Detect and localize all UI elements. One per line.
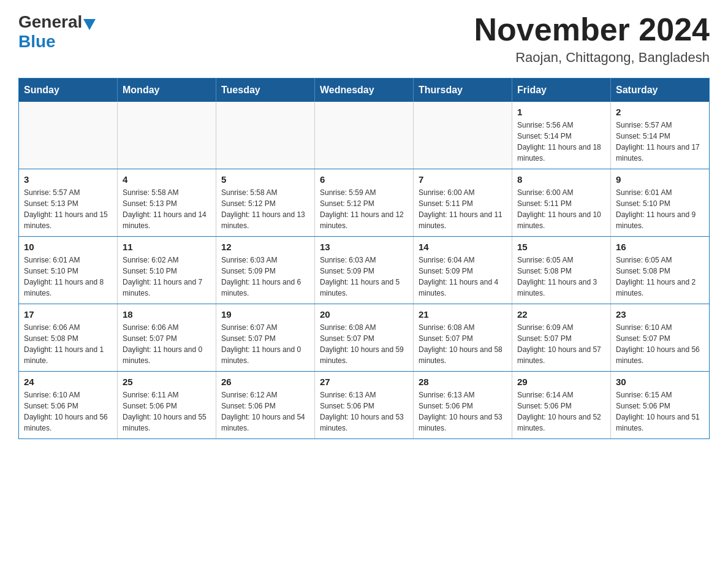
location-text: Raojan, Chittagong, Bangladesh: [474, 50, 710, 66]
calendar-header-tuesday: Tuesday: [216, 79, 315, 102]
day-info: Sunrise: 6:08 AM Sunset: 5:07 PM Dayligh…: [419, 322, 507, 366]
day-number: 22: [517, 309, 605, 320]
calendar-week-row: 1Sunrise: 5:56 AM Sunset: 5:14 PM Daylig…: [19, 102, 710, 169]
calendar-header-thursday: Thursday: [414, 79, 512, 102]
day-info: Sunrise: 5:59 AM Sunset: 5:12 PM Dayligh…: [320, 187, 408, 231]
calendar-cell-4: 4Sunrise: 5:58 AM Sunset: 5:13 PM Daylig…: [118, 169, 216, 237]
calendar-cell-3: 3Sunrise: 5:57 AM Sunset: 5:13 PM Daylig…: [19, 169, 118, 237]
calendar-cell-30: 30Sunrise: 6:15 AM Sunset: 5:06 PM Dayli…: [611, 372, 710, 439]
calendar-cell-12: 12Sunrise: 6:03 AM Sunset: 5:09 PM Dayli…: [216, 237, 315, 304]
calendar-cell-23: 23Sunrise: 6:10 AM Sunset: 5:07 PM Dayli…: [611, 304, 710, 372]
calendar-week-row: 17Sunrise: 6:06 AM Sunset: 5:08 PM Dayli…: [19, 304, 710, 372]
calendar-cell-28: 28Sunrise: 6:13 AM Sunset: 5:06 PM Dayli…: [414, 372, 512, 439]
day-info: Sunrise: 6:02 AM Sunset: 5:10 PM Dayligh…: [123, 255, 211, 299]
page-header: General Blue November 2024 Raojan, Chitt…: [18, 12, 710, 66]
day-info: Sunrise: 6:07 AM Sunset: 5:07 PM Dayligh…: [221, 322, 309, 366]
day-number: 4: [123, 174, 211, 185]
calendar-cell-empty: [19, 102, 118, 169]
day-info: Sunrise: 6:00 AM Sunset: 5:11 PM Dayligh…: [419, 187, 507, 231]
day-number: 23: [616, 309, 704, 320]
day-info: Sunrise: 5:57 AM Sunset: 5:14 PM Dayligh…: [616, 120, 704, 164]
calendar-cell-25: 25Sunrise: 6:11 AM Sunset: 5:06 PM Dayli…: [118, 372, 216, 439]
calendar-cell-14: 14Sunrise: 6:04 AM Sunset: 5:09 PM Dayli…: [414, 237, 512, 304]
day-number: 14: [419, 242, 507, 252]
calendar-cell-17: 17Sunrise: 6:06 AM Sunset: 5:08 PM Dayli…: [19, 304, 118, 372]
calendar-cell-5: 5Sunrise: 5:58 AM Sunset: 5:12 PM Daylig…: [216, 169, 315, 237]
calendar-cell-19: 19Sunrise: 6:07 AM Sunset: 5:07 PM Dayli…: [216, 304, 315, 372]
day-info: Sunrise: 6:13 AM Sunset: 5:06 PM Dayligh…: [320, 389, 408, 434]
calendar-cell-8: 8Sunrise: 6:00 AM Sunset: 5:11 PM Daylig…: [512, 169, 611, 237]
day-number: 24: [24, 377, 112, 387]
day-number: 17: [24, 309, 112, 320]
calendar-cell-22: 22Sunrise: 6:09 AM Sunset: 5:07 PM Dayli…: [512, 304, 611, 372]
calendar-cell-10: 10Sunrise: 6:01 AM Sunset: 5:10 PM Dayli…: [19, 237, 118, 304]
day-number: 10: [24, 242, 112, 252]
calendar-cell-empty: [414, 102, 512, 169]
day-number: 21: [419, 309, 507, 320]
calendar-cell-29: 29Sunrise: 6:14 AM Sunset: 5:06 PM Dayli…: [512, 372, 611, 439]
logo-triangle-icon: [83, 19, 96, 30]
day-info: Sunrise: 6:00 AM Sunset: 5:11 PM Dayligh…: [517, 187, 605, 231]
day-number: 8: [517, 174, 605, 185]
day-number: 2: [616, 107, 704, 117]
calendar-header-monday: Monday: [118, 79, 216, 102]
day-number: 3: [24, 174, 112, 185]
day-number: 26: [221, 377, 309, 387]
calendar-cell-empty: [118, 102, 216, 169]
calendar-cell-2: 2Sunrise: 5:57 AM Sunset: 5:14 PM Daylig…: [611, 102, 710, 169]
day-info: Sunrise: 5:57 AM Sunset: 5:13 PM Dayligh…: [24, 187, 112, 231]
day-info: Sunrise: 6:01 AM Sunset: 5:10 PM Dayligh…: [24, 255, 112, 299]
day-info: Sunrise: 6:10 AM Sunset: 5:06 PM Dayligh…: [24, 389, 112, 434]
day-number: 12: [221, 242, 309, 252]
calendar-cell-7: 7Sunrise: 6:00 AM Sunset: 5:11 PM Daylig…: [414, 169, 512, 237]
day-info: Sunrise: 6:15 AM Sunset: 5:06 PM Dayligh…: [616, 389, 704, 434]
calendar-cell-1: 1Sunrise: 5:56 AM Sunset: 5:14 PM Daylig…: [512, 102, 611, 169]
calendar-cell-empty: [216, 102, 315, 169]
day-info: Sunrise: 6:03 AM Sunset: 5:09 PM Dayligh…: [221, 255, 309, 299]
calendar-cell-6: 6Sunrise: 5:59 AM Sunset: 5:12 PM Daylig…: [315, 169, 414, 237]
day-info: Sunrise: 6:10 AM Sunset: 5:07 PM Dayligh…: [616, 322, 704, 366]
calendar-cell-24: 24Sunrise: 6:10 AM Sunset: 5:06 PM Dayli…: [19, 372, 118, 439]
day-info: Sunrise: 6:05 AM Sunset: 5:08 PM Dayligh…: [616, 255, 704, 299]
day-number: 7: [419, 174, 507, 185]
logo-general-text: General: [18, 12, 82, 32]
day-info: Sunrise: 6:12 AM Sunset: 5:06 PM Dayligh…: [221, 389, 309, 434]
day-number: 20: [320, 309, 408, 320]
day-info: Sunrise: 6:14 AM Sunset: 5:06 PM Dayligh…: [517, 389, 605, 434]
day-info: Sunrise: 6:03 AM Sunset: 5:09 PM Dayligh…: [320, 255, 408, 299]
day-info: Sunrise: 6:04 AM Sunset: 5:09 PM Dayligh…: [419, 255, 507, 299]
calendar-cell-15: 15Sunrise: 6:05 AM Sunset: 5:08 PM Dayli…: [512, 237, 611, 304]
calendar-cell-11: 11Sunrise: 6:02 AM Sunset: 5:10 PM Dayli…: [118, 237, 216, 304]
day-number: 6: [320, 174, 408, 185]
day-info: Sunrise: 6:05 AM Sunset: 5:08 PM Dayligh…: [517, 255, 605, 299]
calendar-cell-empty: [315, 102, 414, 169]
day-number: 16: [616, 242, 704, 252]
day-number: 13: [320, 242, 408, 252]
calendar-table: SundayMondayTuesdayWednesdayThursdayFrid…: [18, 78, 710, 439]
logo: General Blue: [18, 12, 97, 52]
calendar-header-wednesday: Wednesday: [315, 79, 414, 102]
day-number: 15: [517, 242, 605, 252]
day-number: 19: [221, 309, 309, 320]
calendar-cell-9: 9Sunrise: 6:01 AM Sunset: 5:10 PM Daylig…: [611, 169, 710, 237]
day-number: 25: [123, 377, 211, 387]
calendar-cell-27: 27Sunrise: 6:13 AM Sunset: 5:06 PM Dayli…: [315, 372, 414, 439]
day-info: Sunrise: 6:06 AM Sunset: 5:08 PM Dayligh…: [24, 322, 112, 366]
day-info: Sunrise: 5:58 AM Sunset: 5:13 PM Dayligh…: [123, 187, 211, 231]
day-info: Sunrise: 6:13 AM Sunset: 5:06 PM Dayligh…: [419, 389, 507, 434]
day-info: Sunrise: 6:01 AM Sunset: 5:10 PM Dayligh…: [616, 187, 704, 231]
calendar-week-row: 24Sunrise: 6:10 AM Sunset: 5:06 PM Dayli…: [19, 372, 710, 439]
calendar-header-row: SundayMondayTuesdayWednesdayThursdayFrid…: [19, 79, 710, 102]
calendar-cell-18: 18Sunrise: 6:06 AM Sunset: 5:07 PM Dayli…: [118, 304, 216, 372]
day-number: 30: [616, 377, 704, 387]
day-info: Sunrise: 5:58 AM Sunset: 5:12 PM Dayligh…: [221, 187, 309, 231]
day-number: 1: [517, 107, 605, 117]
day-info: Sunrise: 6:09 AM Sunset: 5:07 PM Dayligh…: [517, 322, 605, 366]
calendar-header-saturday: Saturday: [611, 79, 710, 102]
calendar-week-row: 10Sunrise: 6:01 AM Sunset: 5:10 PM Dayli…: [19, 237, 710, 304]
day-number: 29: [517, 377, 605, 387]
day-info: Sunrise: 6:06 AM Sunset: 5:07 PM Dayligh…: [123, 322, 211, 366]
day-number: 9: [616, 174, 704, 185]
month-title: November 2024: [474, 12, 710, 47]
calendar-cell-13: 13Sunrise: 6:03 AM Sunset: 5:09 PM Dayli…: [315, 237, 414, 304]
